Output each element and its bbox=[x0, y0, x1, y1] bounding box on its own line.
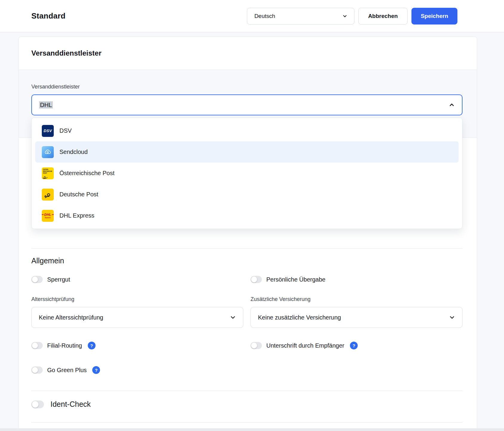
unterschrift-label: Unterschrift durch Empfänger bbox=[266, 342, 344, 349]
alterssichtpruefung-value: Keine Alterssichtprüfung bbox=[39, 314, 103, 321]
versicherung-select[interactable]: Keine zusätzliche Versicherung bbox=[251, 307, 462, 328]
card-title: Versanddienstleister bbox=[31, 49, 102, 57]
toggle-knob bbox=[32, 401, 39, 408]
ident-check-label: Ident-Check bbox=[50, 400, 91, 409]
provider-select-wrap: DHL DSV DSV bbox=[31, 94, 462, 115]
provider-select-value: DHL bbox=[39, 102, 53, 108]
go-green-row: Go Green Plus ? bbox=[31, 366, 243, 374]
unterschrift-toggle[interactable] bbox=[251, 342, 262, 349]
filial-routing-toggle[interactable] bbox=[31, 342, 43, 349]
dropdown-item-dhl-express[interactable]: DHL Express DHL Express bbox=[35, 205, 459, 226]
persoenliche-uebergabe-toggle[interactable] bbox=[251, 276, 262, 283]
chevron-up-icon bbox=[449, 102, 455, 108]
toggle-knob bbox=[251, 276, 257, 282]
versicherung-field: Zusätzliche Versicherung Keine zusätzlic… bbox=[251, 296, 462, 328]
toggle-knob bbox=[251, 343, 257, 349]
card-header: Versanddienstleister bbox=[19, 37, 477, 70]
toggle-knob bbox=[32, 276, 38, 282]
toggle-knob bbox=[32, 367, 38, 373]
provider-section: Versanddienstleister DHL DSV bbox=[19, 70, 477, 138]
main-content: Versanddienstleister Versanddienstleiste… bbox=[0, 32, 504, 431]
dropdown-item-label: DSV bbox=[59, 127, 72, 134]
ident-check-section: Ident-Check bbox=[19, 391, 477, 422]
chevron-down-icon bbox=[230, 314, 236, 320]
sperrgut-toggle[interactable] bbox=[31, 276, 43, 283]
provider-select-label: Versanddienstleister bbox=[31, 84, 462, 90]
dropdown-item-label: Österreichische Post bbox=[59, 170, 115, 177]
unterschrift-row: Unterschrift durch Empfänger ? bbox=[251, 342, 462, 349]
versicherung-label: Zusätzliche Versicherung bbox=[251, 296, 462, 302]
go-green-label: Go Green Plus bbox=[47, 367, 87, 374]
save-button[interactable]: Speichern bbox=[411, 8, 457, 25]
sperrgut-label: Sperrgut bbox=[47, 276, 70, 283]
general-select-row: Alterssichtprüfung Keine Alterssichtprüf… bbox=[31, 296, 462, 328]
general-toggle-row-2: Filial-Routing ? Unterschrift durch Empf… bbox=[31, 342, 462, 349]
dropdown-item-label: DHL Express bbox=[59, 212, 94, 219]
shipping-provider-card: Versanddienstleister Versanddienstleiste… bbox=[19, 36, 477, 431]
page-title: Standard bbox=[31, 11, 65, 21]
go-green-toggle[interactable] bbox=[31, 366, 43, 374]
alterssichtpruefung-field: Alterssichtprüfung Keine Alterssichtprüf… bbox=[31, 296, 243, 328]
filial-routing-label: Filial-Routing bbox=[47, 342, 82, 349]
dropdown-item-sendcloud[interactable]: Sendcloud bbox=[35, 141, 459, 163]
dropdown-item-dsv[interactable]: DSV DSV bbox=[35, 120, 459, 141]
general-toggle-row: Sperrgut Persönliche Übergabe bbox=[31, 276, 462, 283]
persoenliche-uebergabe-label: Persönliche Übergabe bbox=[266, 276, 325, 283]
persoenliche-uebergabe-row: Persönliche Übergabe bbox=[251, 276, 462, 283]
dropdown-item-deutsche-post[interactable]: Deutsche Post bbox=[35, 184, 459, 205]
cancel-button[interactable]: Abbrechen bbox=[358, 8, 408, 25]
chevron-down-icon bbox=[449, 314, 455, 320]
divider bbox=[31, 248, 462, 249]
dropdown-item-label: Deutsche Post bbox=[59, 191, 98, 198]
toggle-knob bbox=[32, 343, 38, 349]
top-bar: Standard Deutsch Abbrechen Speichern bbox=[0, 0, 504, 32]
dropdown-item-label: Sendcloud bbox=[59, 149, 88, 155]
general-toggle-row-3: Go Green Plus ? bbox=[31, 366, 462, 374]
alterssichtpruefung-select[interactable]: Keine Alterssichtprüfung bbox=[31, 307, 243, 328]
selected-text: DHL bbox=[39, 101, 53, 108]
go-green-help-icon[interactable]: ? bbox=[92, 366, 100, 374]
general-section: Allgemein Sperrgut Persönliche Übergabe … bbox=[19, 248, 477, 391]
unterschrift-help-icon[interactable]: ? bbox=[350, 342, 358, 349]
ident-check-toggle[interactable] bbox=[31, 401, 44, 408]
dsv-logo-icon: DSV bbox=[42, 125, 54, 137]
dhl-express-logo-icon: DHL Express bbox=[42, 210, 54, 222]
filial-routing-help-icon[interactable]: ? bbox=[88, 342, 96, 349]
filial-routing-row: Filial-Routing ? bbox=[31, 342, 243, 349]
chevron-down-icon bbox=[342, 13, 348, 19]
language-select[interactable]: Deutsch bbox=[247, 8, 354, 25]
topbar-actions: Deutsch Abbrechen Speichern bbox=[247, 8, 457, 25]
language-select-value: Deutsch bbox=[254, 13, 275, 19]
sperrgut-row: Sperrgut bbox=[31, 276, 243, 283]
dropdown-item-oesterreichische-post[interactable]: ÖSTER- REICHISCHE POST Österreichische P… bbox=[35, 163, 459, 184]
empty-cell bbox=[251, 366, 462, 374]
bottom-edge-strip bbox=[0, 428, 504, 431]
provider-dropdown: DSV DSV Sendcloud bbox=[31, 117, 462, 229]
versicherung-value: Keine zusätzliche Versicherung bbox=[258, 314, 341, 321]
alterssichtpruefung-label: Alterssichtprüfung bbox=[31, 296, 243, 302]
general-heading: Allgemein bbox=[31, 256, 462, 265]
provider-select[interactable]: DHL bbox=[31, 94, 462, 115]
page: Standard Deutsch Abbrechen Speichern Ver… bbox=[0, 0, 504, 431]
deutsche-post-posthorn-icon bbox=[42, 189, 54, 201]
sendcloud-cloud-icon bbox=[42, 146, 54, 158]
oesterreichische-post-logo-icon: ÖSTER- REICHISCHE POST bbox=[42, 167, 54, 179]
